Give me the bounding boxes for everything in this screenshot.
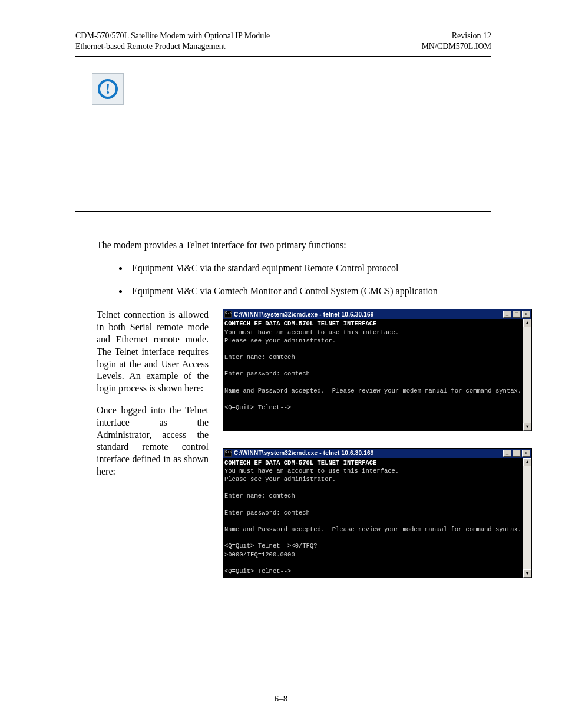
header-right-line2: MN/CDM570L.IOM [421,42,491,51]
paragraph-2: Once logged into the Telnet interface as… [97,404,209,478]
paragraph-1: Telnet connection is allowed in both Ser… [97,309,209,395]
scroll-down-button[interactable]: ▼ [523,569,531,578]
terminal-title-text: C:\WINNT\system32\cmd.exe - telnet 10.6.… [234,311,374,319]
terminal-line: <Q=Quit> Telnet--> [224,568,291,575]
header-right-line1: Revision 12 [452,31,491,40]
scroll-down-button[interactable]: ▼ [523,423,531,431]
terminal-line: COMTECH EF DATA CDM-570L TELNET INTERFAC… [224,320,376,327]
terminal-line: You must have an account to use this int… [224,329,399,336]
terminal-body[interactable]: COMTECH EF DATA CDM-570L TELNET INTERFAC… [223,319,523,430]
terminal-window-2: C:\WINNT\system32\cmd.exe - telnet 10.6.… [223,448,532,578]
terminal-line: Enter name: comtech [224,492,295,499]
close-button[interactable]: × [522,311,530,318]
left-column: Telnet connection is allowed in both Ser… [97,309,209,578]
terminal-line: <Q=Quit> Telnet--><0/TFQ? [224,542,318,549]
terminal-line: Enter password: comtech [224,509,310,516]
minimize-button[interactable]: _ [503,311,511,318]
list-item: Equipment M&C via Comtech Monitor and Co… [128,285,491,298]
maximize-button[interactable]: □ [513,311,521,318]
maximize-button[interactable]: □ [513,450,521,457]
terminal-titlebar[interactable]: C:\WINNT\system32\cmd.exe - telnet 10.6.… [223,449,531,458]
terminal-scrollbar[interactable]: ▲ ▼ [523,458,531,578]
terminal-titlebar[interactable]: C:\WINNT\system32\cmd.exe - telnet 10.6.… [223,309,531,319]
terminal-scrollbar[interactable]: ▲ ▼ [523,319,531,430]
header-right: Revision 12 MN/CDM570L.IOM [421,31,491,51]
terminal-line: >0000/TFQ=1200.0000 [224,551,295,558]
cmd-icon [224,311,232,318]
scroll-track[interactable] [523,466,531,569]
list-item: Equipment M&C via the standard equipment… [128,262,491,275]
terminal-line: Please see your administrator. [224,337,336,344]
terminal-line: Enter password: comtech [224,370,310,377]
terminal-line: You must have an account to use this int… [224,467,399,475]
scroll-up-button[interactable]: ▲ [523,458,531,466]
page-number: 6–8 [0,693,562,705]
terminal-line: <Q=Quit> Telnet--> [224,404,291,411]
terminal-line: COMTECH EF DATA CDM-570L TELNET INTERFAC… [224,459,376,466]
scroll-track[interactable] [523,327,531,422]
terminal-body[interactable]: COMTECH EF DATA CDM-570L TELNET INTERFAC… [223,458,523,578]
bullet-list: Equipment M&C via the standard equipment… [97,262,491,298]
header-left-line1: CDM-570/570L Satellite Modem with Option… [75,31,270,40]
header-left: CDM-570/570L Satellite Modem with Option… [75,31,270,51]
two-column-area: Telnet connection is allowed in both Ser… [97,309,491,578]
close-button[interactable]: × [522,450,530,457]
terminal-body-wrap: COMTECH EF DATA CDM-570L TELNET INTERFAC… [223,319,531,430]
scroll-up-button[interactable]: ▲ [523,319,531,327]
page-header: CDM-570/570L Satellite Modem with Option… [75,31,491,51]
header-rule [75,56,491,57]
minimize-button[interactable]: _ [503,450,511,457]
footer-rule [75,691,491,691]
page: CDM-570/570L Satellite Modem with Option… [0,0,562,728]
header-left-line2: Ethernet-based Remote Product Management [75,42,226,51]
intro-paragraph: The modem provides a Telnet interface fo… [97,239,491,252]
cmd-icon [224,450,232,457]
terminal-window-1: C:\WINNT\system32\cmd.exe - telnet 10.6.… [223,309,532,431]
terminal-line: Name and Password accepted. Please revie… [224,387,521,394]
alert-glyph: ! [105,79,111,99]
terminal-title-text: C:\WINNT\system32\cmd.exe - telnet 10.6.… [234,449,374,457]
exclamation-icon: ! [98,79,118,99]
terminal-line: Name and Password accepted. Please revie… [224,526,521,533]
body-content: The modem provides a Telnet interface fo… [75,239,491,578]
right-column: C:\WINNT\system32\cmd.exe - telnet 10.6.… [223,309,532,578]
terminal-line: Please see your administrator. [224,476,336,483]
alert-badge: ! [92,73,124,105]
section-divider [75,211,491,212]
terminal-line: Enter name: comtech [224,354,295,361]
terminal-body-wrap: COMTECH EF DATA CDM-570L TELNET INTERFAC… [223,458,531,578]
